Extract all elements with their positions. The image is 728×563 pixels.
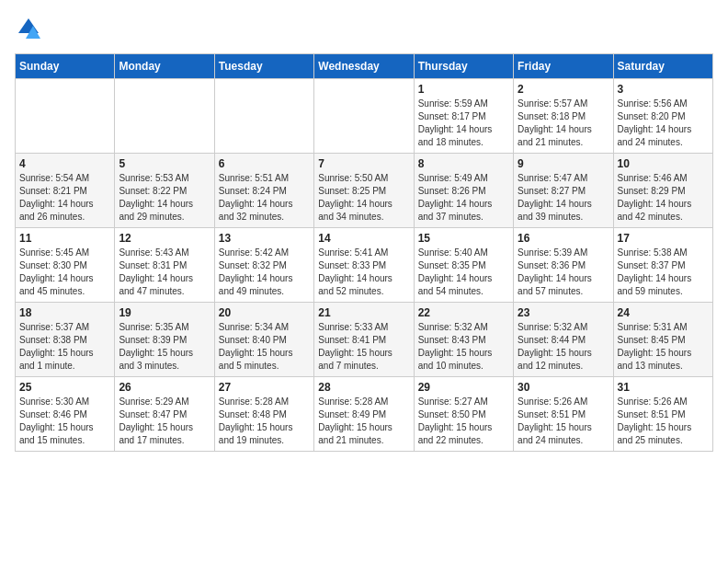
day-info: Sunrise: 5:35 AMSunset: 8:39 PMDaylight:… [119,321,210,373]
day-number: 28 [318,381,409,394]
day-info: Sunrise: 5:28 AMSunset: 8:48 PMDaylight:… [219,396,310,447]
day-info: Sunrise: 5:54 AMSunset: 8:21 PMDaylight:… [19,172,110,224]
day-info: Sunrise: 5:30 AMSunset: 8:46 PMDaylight:… [19,396,110,447]
day-info: Sunrise: 5:49 AMSunset: 8:26 PMDaylight:… [418,172,509,224]
calendar-cell [314,79,414,154]
day-number: 4 [19,157,110,170]
calendar-cell: 24Sunrise: 5:31 AMSunset: 8:45 PMDayligh… [613,303,712,377]
day-number: 10 [618,157,709,170]
day-number: 25 [19,381,110,394]
calendar-cell [115,79,214,154]
day-info: Sunrise: 5:32 AMSunset: 8:44 PMDaylight:… [518,321,609,373]
calendar-cell: 19Sunrise: 5:35 AMSunset: 8:39 PMDayligh… [115,303,214,377]
day-number: 18 [19,306,110,319]
day-number: 9 [518,157,609,170]
header-sunday: Sunday [16,54,115,79]
calendar-cell: 4Sunrise: 5:54 AMSunset: 8:21 PMDaylight… [16,154,115,228]
day-info: Sunrise: 5:39 AMSunset: 8:36 PMDaylight:… [518,247,609,298]
calendar-cell: 21Sunrise: 5:33 AMSunset: 8:41 PMDayligh… [314,303,414,377]
day-info: Sunrise: 5:38 AMSunset: 8:37 PMDaylight:… [618,247,709,298]
calendar-cell: 14Sunrise: 5:41 AMSunset: 8:33 PMDayligh… [314,228,414,303]
day-info: Sunrise: 5:47 AMSunset: 8:27 PMDaylight:… [518,172,609,224]
day-number: 2 [518,83,609,96]
day-number: 15 [418,232,509,245]
day-info: Sunrise: 5:26 AMSunset: 8:51 PMDaylight:… [618,396,709,447]
calendar-cell: 5Sunrise: 5:53 AMSunset: 8:22 PMDaylight… [115,154,214,228]
header-saturday: Saturday [613,54,712,79]
week-row-4: 25Sunrise: 5:30 AMSunset: 8:46 PMDayligh… [16,377,713,452]
day-info: Sunrise: 5:45 AMSunset: 8:30 PMDaylight:… [19,247,110,298]
calendar-cell: 22Sunrise: 5:32 AMSunset: 8:43 PMDayligh… [414,303,513,377]
calendar-cell: 23Sunrise: 5:32 AMSunset: 8:44 PMDayligh… [514,303,613,377]
day-info: Sunrise: 5:34 AMSunset: 8:40 PMDaylight:… [219,321,310,373]
calendar-cell: 6Sunrise: 5:51 AMSunset: 8:24 PMDaylight… [214,154,313,228]
day-number: 1 [418,83,509,96]
calendar-cell: 25Sunrise: 5:30 AMSunset: 8:46 PMDayligh… [16,377,115,452]
day-info: Sunrise: 5:59 AMSunset: 8:17 PMDaylight:… [418,98,509,149]
day-number: 7 [318,157,409,170]
week-row-3: 18Sunrise: 5:37 AMSunset: 8:38 PMDayligh… [16,303,713,377]
calendar-cell: 11Sunrise: 5:45 AMSunset: 8:30 PMDayligh… [16,228,115,303]
day-info: Sunrise: 5:33 AMSunset: 8:41 PMDaylight:… [318,321,409,373]
day-number: 17 [618,232,709,245]
day-number: 27 [219,381,310,394]
day-info: Sunrise: 5:29 AMSunset: 8:47 PMDaylight:… [119,396,210,447]
page-header [15,15,713,42]
calendar-cell: 28Sunrise: 5:28 AMSunset: 8:49 PMDayligh… [314,377,414,452]
calendar-cell: 16Sunrise: 5:39 AMSunset: 8:36 PMDayligh… [514,228,613,303]
calendar-cell [16,79,115,154]
logo [15,15,46,42]
day-info: Sunrise: 5:50 AMSunset: 8:25 PMDaylight:… [318,172,409,224]
day-number: 5 [119,157,210,170]
calendar-cell: 30Sunrise: 5:26 AMSunset: 8:51 PMDayligh… [514,377,613,452]
day-info: Sunrise: 5:28 AMSunset: 8:49 PMDaylight:… [318,396,409,447]
calendar-cell: 15Sunrise: 5:40 AMSunset: 8:35 PMDayligh… [414,228,513,303]
header-thursday: Thursday [414,54,513,79]
calendar-cell: 18Sunrise: 5:37 AMSunset: 8:38 PMDayligh… [16,303,115,377]
day-number: 3 [618,83,709,96]
logo-icon [15,15,42,42]
calendar-cell: 3Sunrise: 5:56 AMSunset: 8:20 PMDaylight… [613,79,712,154]
day-number: 29 [418,381,509,394]
day-number: 22 [418,306,509,319]
day-number: 8 [418,157,509,170]
day-number: 20 [219,306,310,319]
day-number: 31 [618,381,709,394]
day-info: Sunrise: 5:32 AMSunset: 8:43 PMDaylight:… [418,321,509,373]
calendar-cell: 12Sunrise: 5:43 AMSunset: 8:31 PMDayligh… [115,228,214,303]
week-row-0: 1Sunrise: 5:59 AMSunset: 8:17 PMDaylight… [16,79,713,154]
day-number: 30 [518,381,609,394]
day-number: 16 [518,232,609,245]
calendar-cell: 26Sunrise: 5:29 AMSunset: 8:47 PMDayligh… [115,377,214,452]
day-info: Sunrise: 5:57 AMSunset: 8:18 PMDaylight:… [518,98,609,149]
day-number: 19 [119,306,210,319]
day-info: Sunrise: 5:43 AMSunset: 8:31 PMDaylight:… [119,247,210,298]
day-number: 26 [119,381,210,394]
day-info: Sunrise: 5:42 AMSunset: 8:32 PMDaylight:… [219,247,310,298]
day-number: 13 [219,232,310,245]
calendar-cell: 17Sunrise: 5:38 AMSunset: 8:37 PMDayligh… [613,228,712,303]
day-info: Sunrise: 5:53 AMSunset: 8:22 PMDaylight:… [119,172,210,224]
day-info: Sunrise: 5:37 AMSunset: 8:38 PMDaylight:… [19,321,110,373]
calendar-cell: 7Sunrise: 5:50 AMSunset: 8:25 PMDaylight… [314,154,414,228]
calendar-cell: 10Sunrise: 5:46 AMSunset: 8:29 PMDayligh… [613,154,712,228]
calendar-cell: 9Sunrise: 5:47 AMSunset: 8:27 PMDaylight… [514,154,613,228]
day-info: Sunrise: 5:31 AMSunset: 8:45 PMDaylight:… [618,321,709,373]
day-number: 11 [19,232,110,245]
calendar-table: SundayMondayTuesdayWednesdayThursdayFrid… [15,53,713,452]
day-info: Sunrise: 5:41 AMSunset: 8:33 PMDaylight:… [318,247,409,298]
calendar-cell: 27Sunrise: 5:28 AMSunset: 8:48 PMDayligh… [214,377,313,452]
calendar-cell: 31Sunrise: 5:26 AMSunset: 8:51 PMDayligh… [613,377,712,452]
header-monday: Monday [115,54,214,79]
day-info: Sunrise: 5:51 AMSunset: 8:24 PMDaylight:… [219,172,310,224]
day-number: 14 [318,232,409,245]
day-info: Sunrise: 5:56 AMSunset: 8:20 PMDaylight:… [618,98,709,149]
calendar-header-row: SundayMondayTuesdayWednesdayThursdayFrid… [16,54,713,79]
header-wednesday: Wednesday [314,54,414,79]
day-number: 24 [618,306,709,319]
week-row-2: 11Sunrise: 5:45 AMSunset: 8:30 PMDayligh… [16,228,713,303]
day-info: Sunrise: 5:27 AMSunset: 8:50 PMDaylight:… [418,396,509,447]
day-number: 6 [219,157,310,170]
day-number: 23 [518,306,609,319]
calendar-cell: 13Sunrise: 5:42 AMSunset: 8:32 PMDayligh… [214,228,313,303]
